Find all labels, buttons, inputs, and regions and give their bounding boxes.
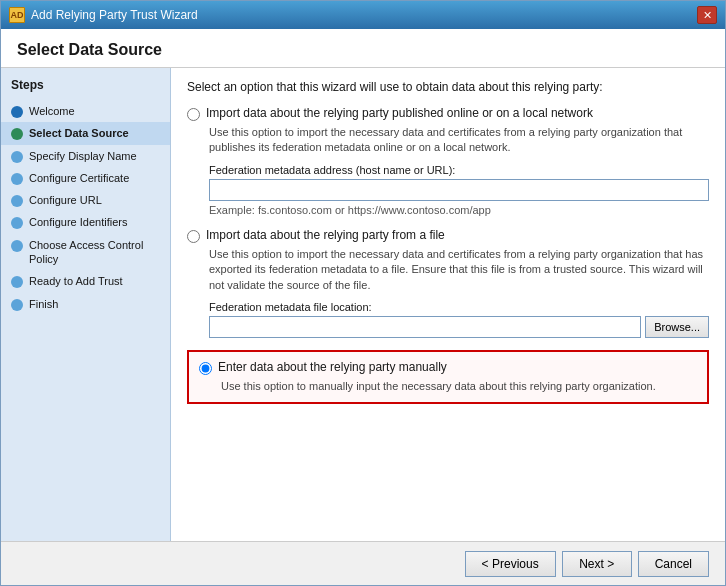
step-dot-configure-identifiers (11, 217, 23, 229)
wizard-window: AD Add Relying Party Trust Wizard ✕ Sele… (0, 0, 726, 586)
sidebar: Steps Welcome Select Data Source Specify… (1, 68, 171, 541)
radio-manual[interactable] (199, 362, 212, 375)
sidebar-item-specify-display-name[interactable]: Specify Display Name (1, 145, 170, 167)
radio-online[interactable] (187, 108, 200, 121)
sidebar-label-configure-identifiers: Configure Identifiers (29, 215, 127, 229)
content-area: Steps Welcome Select Data Source Specify… (1, 68, 725, 541)
step-dot-choose-access-control (11, 240, 23, 252)
example-text-online: Example: fs.contoso.com or https://www.c… (209, 204, 709, 216)
step-dot-ready-to-add (11, 276, 23, 288)
option-desc-manual: Use this option to manually input the ne… (221, 379, 697, 394)
next-button[interactable]: Next > (562, 551, 632, 577)
cancel-button[interactable]: Cancel (638, 551, 709, 577)
sidebar-item-finish[interactable]: Finish (1, 293, 170, 315)
field-label-metadata-address: Federation metadata address (host name o… (209, 164, 709, 176)
main-content: Select an option that this wizard will u… (171, 68, 725, 541)
sidebar-item-ready-to-add[interactable]: Ready to Add Trust (1, 270, 170, 292)
option-label-manual[interactable]: Enter data about the relying party manua… (218, 360, 447, 374)
sidebar-item-configure-certificate[interactable]: Configure Certificate (1, 167, 170, 189)
footer: < Previous Next > Cancel (1, 541, 725, 585)
step-dot-configure-certificate (11, 173, 23, 185)
instruction-text: Select an option that this wizard will u… (187, 80, 709, 94)
step-dot-configure-url (11, 195, 23, 207)
window-icon: AD (9, 7, 25, 23)
step-dot-finish (11, 299, 23, 311)
sidebar-label-ready-to-add: Ready to Add Trust (29, 274, 123, 288)
option-group-file: Import data about the relying party from… (187, 228, 709, 338)
sidebar-item-select-data-source[interactable]: Select Data Source (1, 122, 170, 144)
file-row: Browse... (209, 316, 709, 338)
option-label-file[interactable]: Import data about the relying party from… (206, 228, 445, 242)
sidebar-item-configure-identifiers[interactable]: Configure Identifiers (1, 211, 170, 233)
option-label-online[interactable]: Import data about the relying party publ… (206, 106, 593, 120)
sidebar-label-choose-access-control: Choose Access Control Policy (29, 238, 160, 267)
sidebar-label-configure-certificate: Configure Certificate (29, 171, 129, 185)
option-row-online: Import data about the relying party publ… (187, 106, 709, 121)
option-row-file: Import data about the relying party from… (187, 228, 709, 243)
window-title: Add Relying Party Trust Wizard (31, 8, 198, 22)
sidebar-item-choose-access-control[interactable]: Choose Access Control Policy (1, 234, 170, 271)
radio-file[interactable] (187, 230, 200, 243)
option-desc-online: Use this option to import the necessary … (209, 125, 709, 156)
sidebar-label-select-data-source: Select Data Source (29, 126, 129, 140)
title-bar-left: AD Add Relying Party Trust Wizard (9, 7, 198, 23)
sidebar-label-configure-url: Configure URL (29, 193, 102, 207)
browse-button[interactable]: Browse... (645, 316, 709, 338)
page-header: Select Data Source (1, 29, 725, 68)
sidebar-item-configure-url[interactable]: Configure URL (1, 189, 170, 211)
option-row-manual: Enter data about the relying party manua… (199, 360, 697, 375)
option-desc-file: Use this option to import the necessary … (209, 247, 709, 293)
previous-button[interactable]: < Previous (465, 551, 556, 577)
sidebar-item-welcome[interactable]: Welcome (1, 100, 170, 122)
metadata-address-input[interactable] (209, 179, 709, 201)
sidebar-label-finish: Finish (29, 297, 58, 311)
page-heading: Select Data Source (17, 41, 709, 59)
sidebar-title: Steps (1, 78, 170, 100)
close-button[interactable]: ✕ (697, 6, 717, 24)
option-group-online: Import data about the relying party publ… (187, 106, 709, 216)
step-dot-select-data-source (11, 128, 23, 140)
title-bar: AD Add Relying Party Trust Wizard ✕ (1, 1, 725, 29)
step-dot-welcome (11, 106, 23, 118)
field-label-file-location: Federation metadata file location: (209, 301, 709, 313)
manual-option-box: Enter data about the relying party manua… (187, 350, 709, 404)
step-dot-specify-display-name (11, 151, 23, 163)
sidebar-label-specify-display-name: Specify Display Name (29, 149, 137, 163)
file-location-input[interactable] (209, 316, 641, 338)
sidebar-label-welcome: Welcome (29, 104, 75, 118)
